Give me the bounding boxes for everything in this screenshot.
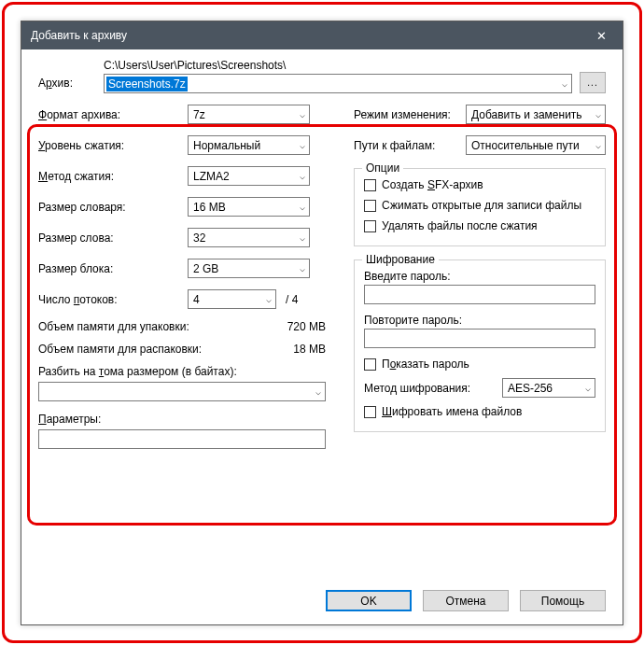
- options-legend: Опции: [362, 161, 403, 175]
- delete-after-checkbox[interactable]: [364, 220, 376, 232]
- block-label: Размер блока:: [38, 262, 188, 275]
- word-combo[interactable]: 32⌵: [188, 228, 310, 247]
- compress-open-label: Сжимать открытые для записи файлы: [382, 199, 581, 212]
- repeat-password-input[interactable]: [364, 329, 595, 348]
- params-input[interactable]: [38, 429, 326, 449]
- threads-label: Число потоков:: [38, 293, 188, 306]
- chevron-down-icon: ⌵: [300, 202, 305, 212]
- threads-max: / 4: [286, 293, 298, 306]
- paths-combo[interactable]: Относительные пути⌵: [466, 135, 606, 155]
- split-label: Разбить на тома размером (в байтах):: [38, 365, 326, 378]
- mem-pack-value: 720 MB: [287, 320, 326, 333]
- options-fieldset: Опции Создать SFX-архив Сжимать открытые…: [354, 168, 606, 246]
- show-password-label: Показать пароль: [382, 358, 469, 371]
- chevron-down-icon: ⌵: [266, 294, 272, 304]
- dict-label: Размер словаря:: [38, 201, 188, 214]
- mem-unpack-value: 18 MB: [293, 343, 326, 356]
- enter-password-label: Введите пароль:: [364, 270, 595, 283]
- level-combo[interactable]: Нормальный⌵: [188, 135, 310, 155]
- sfx-label: Создать SFX-архив: [382, 178, 483, 191]
- archive-filename-combo[interactable]: Screenshots.7z ⌵: [104, 74, 572, 93]
- mem-unpack-label: Объем памяти для распаковки:: [38, 343, 202, 356]
- enc-method-combo[interactable]: AES-256⌵: [502, 378, 595, 398]
- archive-label: Архив:: [38, 77, 96, 93]
- cancel-button[interactable]: Отмена: [423, 590, 509, 611]
- method-combo[interactable]: LZMA2⌵: [188, 166, 310, 186]
- mode-label: Режим изменения:: [354, 108, 466, 121]
- password-input[interactable]: [364, 285, 595, 304]
- encryption-fieldset: Шифрование Введите пароль: Повторите пар…: [354, 259, 606, 432]
- threads-combo[interactable]: 4⌵: [188, 289, 276, 309]
- method-label: Метод сжатия:: [38, 170, 188, 183]
- window-title: Добавить к архиву: [31, 29, 127, 42]
- dict-combo[interactable]: 16 MB⌵: [188, 197, 310, 217]
- block-combo[interactable]: 2 GB⌵: [188, 259, 310, 278]
- archive-path: C:\Users\User\Pictures\Screenshots\: [104, 59, 572, 72]
- paths-label: Пути к файлам:: [354, 139, 466, 152]
- close-button[interactable]: ✕: [581, 21, 623, 49]
- params-label: Параметры:: [38, 413, 326, 426]
- encryption-legend: Шифрование: [362, 253, 439, 266]
- mem-pack-label: Объем памяти для упаковки:: [38, 320, 189, 333]
- word-label: Размер слова:: [38, 231, 188, 245]
- mode-combo[interactable]: Добавить и заменить⌵: [466, 105, 606, 124]
- split-combo[interactable]: ⌵: [38, 382, 326, 401]
- ok-button[interactable]: OK: [326, 590, 412, 611]
- chevron-down-icon: ⌵: [300, 109, 305, 119]
- compress-open-checkbox[interactable]: [364, 200, 376, 212]
- titlebar[interactable]: Добавить к архиву ✕: [21, 21, 623, 49]
- browse-button[interactable]: ...: [580, 72, 606, 93]
- chevron-down-icon: ⌵: [595, 109, 601, 119]
- chevron-down-icon: ⌵: [300, 232, 305, 243]
- sfx-checkbox[interactable]: [364, 179, 376, 191]
- chevron-down-icon: ⌵: [300, 171, 305, 181]
- encrypt-names-checkbox[interactable]: [364, 406, 376, 418]
- help-button[interactable]: Помощь: [520, 590, 606, 611]
- close-icon: ✕: [596, 29, 607, 43]
- chevron-down-icon: ⌵: [315, 386, 321, 397]
- format-combo[interactable]: 7z⌵: [188, 105, 310, 124]
- chevron-down-icon: ⌵: [595, 140, 601, 150]
- delete-after-label: Удалять файлы после сжатия: [382, 219, 538, 232]
- dialog-window: Добавить к архиву ✕ Архив: C:\Users\User…: [21, 21, 623, 625]
- repeat-password-label: Повторите пароль:: [364, 314, 595, 327]
- chevron-down-icon: ⌵: [562, 78, 567, 89]
- enc-method-label: Метод шифрования:: [364, 382, 470, 395]
- encrypt-names-label: Шифровать имена файлов: [382, 405, 522, 418]
- archive-filename: Screenshots.7z: [106, 77, 188, 91]
- show-password-checkbox[interactable]: [364, 358, 376, 371]
- chevron-down-icon: ⌵: [300, 140, 305, 150]
- format-label: Формат архива:: [38, 108, 188, 121]
- chevron-down-icon: ⌵: [585, 383, 591, 393]
- level-label: Уровень сжатия:: [38, 139, 188, 152]
- chevron-down-icon: ⌵: [300, 263, 305, 273]
